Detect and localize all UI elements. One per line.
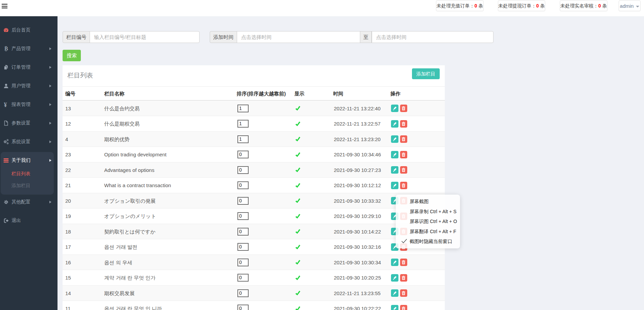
svg-text:¥: ¥ (4, 102, 7, 107)
svg-text:B: B (4, 46, 8, 51)
